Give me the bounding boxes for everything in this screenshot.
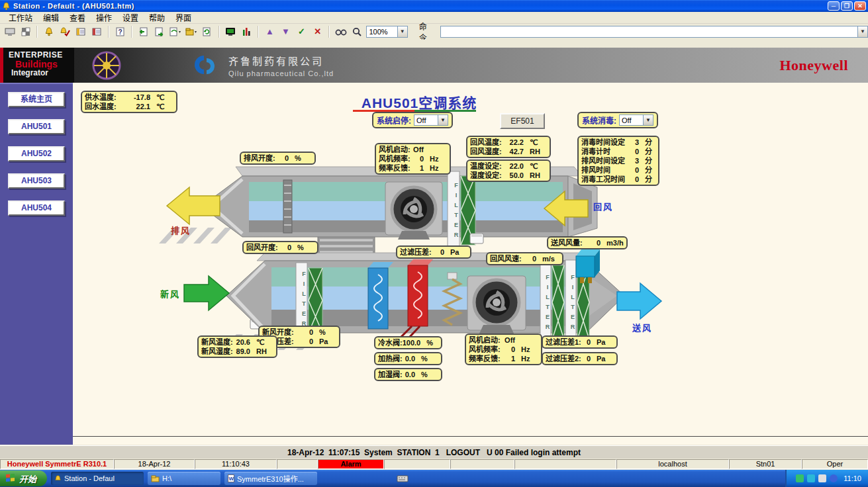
- param-label: 回风开度:: [246, 243, 278, 252]
- chilled-valve-box[interactable]: 冷水阀:100.0%: [374, 336, 442, 349]
- header-band: ENTERPRISE Buildings Integrator 齐鲁制药有限公司…: [0, 48, 868, 83]
- status-empty: [277, 459, 318, 469]
- favorites-icon[interactable]: [184, 25, 198, 38]
- chevron-down-icon[interactable]: ▼: [857, 26, 867, 37]
- task-explorer[interactable]: H:\: [148, 472, 220, 485]
- return-damper-box[interactable]: 回风开度:0%: [242, 241, 318, 254]
- refresh-page-icon[interactable]: [200, 25, 214, 38]
- page-recall-icon[interactable]: [168, 25, 182, 38]
- param-value: 3: [635, 138, 645, 147]
- supply-fan-box[interactable]: 风机启动:Off风机频率:0Hz频率反馈:1Hz: [465, 333, 542, 365]
- param-row: 供水温度:-17.8℃: [85, 93, 173, 102]
- alarm-bell-icon[interactable]: [42, 25, 56, 38]
- exhaust-fan-box[interactable]: 风机启动:Off风机频率:0Hz频率反馈:1Hz: [375, 143, 451, 175]
- setpoint-box[interactable]: 温度设定:22.0℃湿度设定:50.0RH: [466, 159, 551, 182]
- param-row: 风机频率:0Hz: [379, 154, 447, 163]
- sidebar-item-ahu503[interactable]: AHU503: [8, 173, 65, 189]
- message-summary-icon[interactable]: [90, 25, 104, 38]
- menu-configure[interactable]: 设置: [118, 11, 143, 24]
- param-row: 回风温度:22.2℃: [470, 138, 547, 147]
- chevron-down-icon[interactable]: ▼: [397, 26, 407, 37]
- raise-icon[interactable]: ▲: [263, 25, 277, 38]
- zoom-combobox[interactable]: 100% ▼: [366, 26, 408, 38]
- page-back-icon[interactable]: [136, 25, 150, 38]
- tray-icon-teal[interactable]: [807, 474, 815, 482]
- param-label: 过滤压差1:: [546, 337, 581, 347]
- humidify-valve-box[interactable]: 加湿阀:0.0%: [374, 368, 442, 381]
- return-velocity-box[interactable]: 回风风速:0m/s: [486, 252, 563, 265]
- param-value: 1: [420, 163, 430, 173]
- param-label: 风机启动:: [469, 335, 501, 345]
- ebi-logo: ENTERPRISE Buildings Integrator: [0, 48, 74, 83]
- heating-valve-box[interactable]: 加热阀:0.0%: [374, 352, 442, 365]
- menu-workstation[interactable]: 工作站: [4, 11, 37, 24]
- water-temp-box[interactable]: 供水温度:-17.8℃回水温度:22.1℃: [81, 91, 177, 113]
- menu-help[interactable]: 帮助: [144, 11, 169, 24]
- menu-edit[interactable]: 编辑: [38, 11, 64, 24]
- tray-icon-gray[interactable]: [818, 474, 826, 482]
- sidebar: 系统主页 AHU501 AHU502 AHU503 AHU504: [0, 83, 73, 445]
- disinfect-label: 系统消毒:: [582, 114, 616, 126]
- menu-view[interactable]: 查看: [65, 11, 90, 24]
- start-button[interactable]: 开始: [0, 470, 47, 486]
- menu-page[interactable]: 界面: [171, 11, 196, 24]
- close-button[interactable]: ✕: [854, 1, 866, 11]
- lower-icon[interactable]: ▼: [279, 25, 293, 38]
- filter-dp-mid-box[interactable]: 过滤压差:0Pa: [396, 245, 471, 259]
- param-unit: Hz: [521, 345, 538, 354]
- param-row: 温度设定:22.0℃: [470, 161, 547, 171]
- alarm-ack-icon[interactable]: [58, 25, 72, 38]
- chevron-down-icon[interactable]: ▼: [643, 115, 653, 125]
- station-icon[interactable]: [3, 25, 17, 38]
- disinfect-times-box[interactable]: 消毒时间设定3分消毒计时0分排风时间设定3分排风时间0分消毒工况时间0分: [577, 136, 659, 186]
- return-air-label: 回风: [593, 200, 613, 212]
- keyboard-tray-icon[interactable]: [397, 474, 409, 482]
- menu-action[interactable]: 操作: [91, 11, 117, 24]
- accept-icon[interactable]: ✓: [295, 25, 309, 38]
- event-summary-icon[interactable]: [74, 25, 88, 38]
- restore-button[interactable]: ❐: [841, 1, 853, 11]
- display-grid-icon[interactable]: [19, 25, 32, 38]
- status-alarm-indicator[interactable]: Alarm: [318, 459, 384, 469]
- help-page-icon[interactable]: ?: [113, 25, 127, 38]
- param-value: 100.0: [403, 338, 427, 347]
- param-unit: 分: [645, 156, 655, 165]
- cancel-icon[interactable]: ✕: [311, 25, 324, 38]
- chevron-down-icon[interactable]: ▼: [438, 115, 448, 125]
- ef501-button[interactable]: EF501: [500, 113, 545, 129]
- param-value: 0: [511, 345, 521, 354]
- sidebar-item-ahu501[interactable]: AHU501: [8, 119, 65, 134]
- param-label: 供水温度:: [85, 93, 117, 102]
- trend-bars-icon[interactable]: [240, 25, 254, 38]
- param-row: 频率反馈:1Hz: [469, 354, 538, 363]
- zoom-find-icon[interactable]: [350, 25, 363, 38]
- exhaust-damper-box[interactable]: 排风开度:0%: [240, 152, 316, 165]
- filter-dp2-box[interactable]: 过滤压差2:0Pa: [542, 352, 618, 365]
- sidebar-item-ahu502[interactable]: AHU502: [8, 146, 65, 161]
- page-forward-icon[interactable]: [152, 25, 166, 38]
- task-document[interactable]: W SymmetrE310操作...: [224, 472, 317, 485]
- system-start-select[interactable]: Off ▼: [414, 114, 448, 126]
- param-row: 消毒工况时间0分: [581, 175, 655, 184]
- param-value: 89.0: [236, 347, 256, 356]
- command-combobox[interactable]: ▼: [440, 26, 868, 38]
- filter-label: FILTER: [565, 262, 576, 345]
- minimize-button[interactable]: ─: [828, 1, 840, 11]
- search-glasses-icon[interactable]: [334, 25, 348, 38]
- return-air-box[interactable]: 回风温度:22.2℃回风湿度:42.7RH: [466, 136, 551, 158]
- disinfect-select[interactable]: Off ▼: [619, 114, 653, 126]
- supply-flow-box[interactable]: 送风风量:0m3/h: [547, 236, 628, 249]
- filter-dp1-box[interactable]: 过滤压差1:0Pa: [542, 335, 618, 349]
- tray-icon-blue[interactable]: [830, 474, 838, 482]
- filter-label: FILTER: [448, 173, 459, 250]
- task-label: SymmetrE310操作...: [237, 473, 304, 484]
- sidebar-item-home[interactable]: 系统主页: [8, 92, 65, 107]
- fresh-air-box[interactable]: 新风温度:20.6℃新风湿度:89.0RH: [197, 335, 277, 358]
- tray-icon-green[interactable]: [796, 474, 804, 482]
- task-station[interactable]: Station - Defaul: [51, 472, 144, 485]
- return-fan-icon: [385, 182, 442, 240]
- sidebar-item-ahu504[interactable]: AHU504: [8, 200, 65, 216]
- param-row: 回水温度:22.1℃: [85, 102, 173, 111]
- monitor-icon[interactable]: [224, 25, 238, 38]
- param-label: 频率反馈:: [469, 354, 501, 363]
